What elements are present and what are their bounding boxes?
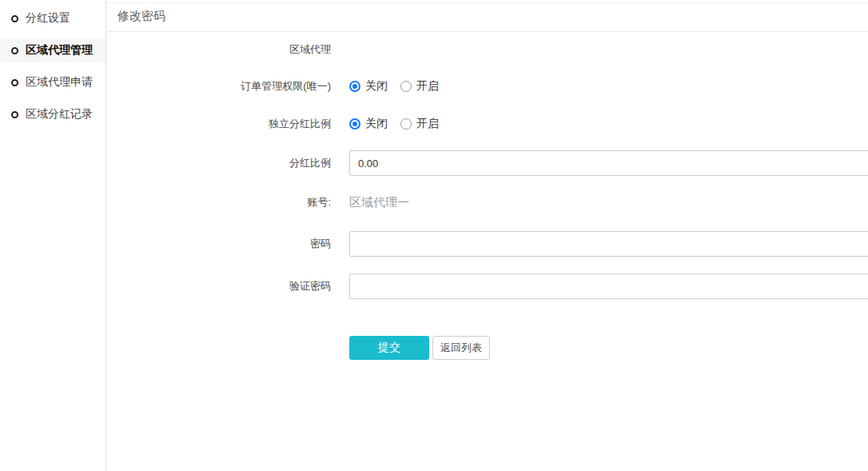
form-row-dividend-ratio: 分红比例	[107, 150, 868, 176]
submit-button[interactable]: 提交	[349, 336, 429, 360]
form-row-region-agent: 区域代理	[107, 37, 868, 62]
sidebar-item-regional-agent-application[interactable]: 区域代理申请	[0, 70, 106, 94]
back-to-list-button[interactable]: 返回列表	[432, 336, 490, 360]
region-agent-label: 区域代理	[107, 42, 331, 57]
sidebar-item-label: 区域分红记录	[26, 107, 93, 122]
form-row-independent-ratio: 独立分红比例 关闭 开启	[107, 111, 868, 137]
form-row-order-permission: 订单管理权限(唯一) 关闭 开启	[107, 74, 868, 99]
independent-ratio-option-close[interactable]: 关闭	[349, 117, 388, 131]
sidebar-item-label: 区域代理管理	[26, 43, 93, 58]
independent-ratio-label: 独立分红比例	[107, 117, 331, 131]
confirm-password-input[interactable]	[349, 273, 868, 299]
order-permission-option-close[interactable]: 关闭	[349, 79, 388, 94]
account-value: 区域代理一	[349, 195, 409, 210]
radio-option-label: 关闭	[365, 79, 388, 94]
sidebar-item-regional-dividend-records[interactable]: 区域分红记录	[0, 102, 106, 126]
circle-icon	[11, 111, 18, 118]
radio-option-label: 开启	[416, 79, 439, 94]
account-label: 账号:	[107, 195, 331, 210]
password-label: 密码	[107, 237, 331, 251]
circle-icon	[11, 79, 18, 86]
sidebar-item-label: 分红设置	[26, 11, 70, 26]
form-row-confirm-password: 验证密码	[107, 273, 868, 299]
form-row-actions: 提交 返回列表	[107, 335, 868, 361]
circle-icon	[11, 47, 18, 54]
page-title: 修改密码	[107, 0, 868, 32]
top-divider	[107, 2, 868, 3]
form-row-password: 密码	[107, 231, 868, 257]
main-content: 修改密码 区域代理 订单管理权限(唯一) 关闭 开启 独立分红比例	[107, 0, 868, 471]
sidebar-item-label: 区域代理申请	[26, 75, 93, 90]
sidebar: 分红设置 区域代理管理 区域代理申请 区域分红记录	[0, 0, 106, 471]
order-permission-option-open[interactable]: 开启	[400, 79, 439, 94]
circle-icon	[11, 15, 18, 22]
order-permission-label: 订单管理权限(唯一)	[107, 79, 331, 94]
confirm-password-label: 验证密码	[107, 279, 331, 293]
independent-ratio-option-open[interactable]: 开启	[400, 117, 439, 131]
sidebar-item-regional-agent-management[interactable]: 区域代理管理	[0, 38, 106, 62]
sidebar-item-dividend-settings[interactable]: 分红设置	[0, 6, 106, 30]
radio-option-label: 关闭	[365, 117, 388, 131]
dividend-ratio-input[interactable]	[349, 150, 868, 176]
dividend-ratio-label: 分红比例	[107, 156, 331, 170]
password-input[interactable]	[349, 231, 868, 257]
radio-unselected-icon[interactable]	[400, 118, 412, 130]
form-row-account: 账号: 区域代理一	[107, 190, 868, 215]
radio-selected-icon[interactable]	[349, 81, 360, 92]
radio-option-label: 开启	[416, 117, 439, 131]
radio-selected-icon[interactable]	[349, 118, 360, 130]
radio-unselected-icon[interactable]	[400, 81, 412, 92]
app-window: 分红设置 区域代理管理 区域代理申请 区域分红记录 修改密码 区域代理 订单管理…	[0, 0, 868, 471]
